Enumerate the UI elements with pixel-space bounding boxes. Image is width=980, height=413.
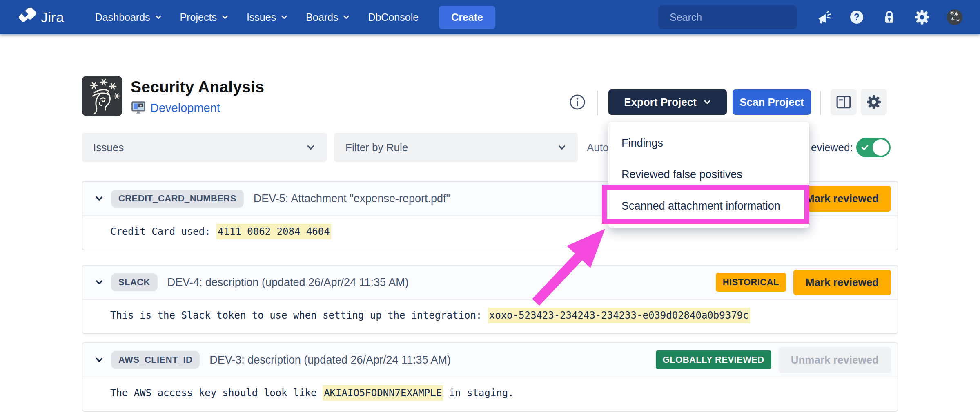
nav-item-dashboards[interactable]: Dashboards <box>95 11 162 23</box>
monitor-icon <box>131 100 146 116</box>
gear-icon <box>866 94 882 110</box>
project-header-text: Security Analysis Development <box>131 76 264 116</box>
chevron-down-icon <box>703 98 711 106</box>
issues-filter-value: Issues <box>93 141 124 154</box>
svg-text:*: * <box>951 15 955 25</box>
app-window: Jira Dashboards Projects Issues Boards D… <box>0 0 980 413</box>
issues-filter-select[interactable]: Issues <box>82 133 327 162</box>
chevron-down-icon <box>221 13 229 21</box>
finding-body: The AWS access key should look like AKIA… <box>82 377 898 399</box>
megaphone-icon[interactable] <box>816 9 832 25</box>
finding-header: SLACK DEV-4: description (updated 26/Apr… <box>82 266 898 300</box>
chevron-down-icon <box>155 13 162 21</box>
brand-text: Jira <box>41 9 64 25</box>
status-badge: HISTORICAL <box>716 273 786 292</box>
layout-panel-icon <box>836 94 851 110</box>
unmark-reviewed-button[interactable]: Unmark reviewed <box>779 347 891 373</box>
chevron-down-icon <box>281 13 288 21</box>
finding-row: AWS_CLIENT_ID DEV-3: description (update… <box>82 342 898 412</box>
project-link[interactable]: Development <box>150 101 220 115</box>
expand-chevron-icon[interactable] <box>94 277 105 288</box>
finding-row: SLACK DEV-4: description (updated 26/Apr… <box>82 265 898 334</box>
page-title: Security Analysis <box>131 78 264 96</box>
finding-text: Credit Card used: <box>110 226 216 237</box>
create-button[interactable]: Create <box>439 6 495 29</box>
expand-chevron-icon[interactable] <box>94 355 105 365</box>
nav-item-label: Dashboards <box>95 11 150 23</box>
toggle-knob <box>873 139 889 156</box>
jira-mark-icon <box>18 8 37 27</box>
scan-project-button[interactable]: Scan Project <box>733 89 811 115</box>
user-avatar[interactable]: * * * * <box>947 9 963 25</box>
divider <box>820 91 821 115</box>
top-navbar: Jira Dashboards Projects Issues Boards D… <box>0 0 980 34</box>
nav-item-projects[interactable]: Projects <box>180 11 229 23</box>
project-header: Security Analysis Development <box>82 76 264 116</box>
help-icon[interactable]: ? <box>849 9 865 25</box>
rule-badge: AWS_CLIENT_ID <box>111 351 200 369</box>
svg-text:*: * <box>956 18 960 25</box>
finding-secret: 4111 0062 2084 4604 <box>216 224 331 239</box>
rule-filter-value: Filter by Rule <box>345 141 408 154</box>
rule-filter-select[interactable]: Filter by Rule <box>334 133 578 162</box>
finding-title: DEV-3: description (updated 26/Apr/24 11… <box>209 354 451 366</box>
finding-text: in staging. <box>443 387 514 399</box>
reviewed-label-fragment: eviewed: <box>811 133 853 162</box>
settings-button[interactable] <box>861 89 887 115</box>
finding-text: This is the Slack token to use when sett… <box>110 310 488 321</box>
lock-icon[interactable] <box>881 9 898 25</box>
nav-item-label: Projects <box>180 11 217 23</box>
annotation-highlight-box <box>602 185 809 224</box>
rule-badge: SLACK <box>111 273 158 291</box>
nav-item-issues[interactable]: Issues <box>247 11 288 23</box>
nav-menu: Dashboards Projects Issues Boards DbCons… <box>95 11 419 23</box>
finding-secret: AKIAIO5FODNN7EXAMPLE <box>323 385 443 401</box>
status-badge: GLOBALLY REVIEWED <box>656 350 771 369</box>
rule-badge: CREDIT_CARD_NUMBERS <box>111 190 244 208</box>
search-input[interactable] <box>670 11 801 23</box>
gear-icon[interactable] <box>914 9 930 25</box>
chevron-down-icon <box>557 143 566 152</box>
menu-item-findings[interactable]: Findings <box>608 127 809 159</box>
search-box[interactable] <box>658 5 797 29</box>
annotation-arrow <box>523 216 612 312</box>
nav-item-label: Boards <box>306 11 338 23</box>
chevron-down-icon <box>306 143 315 152</box>
navbar-right-icons: ? <box>816 9 963 25</box>
nav-item-label: Issues <box>247 11 276 23</box>
export-project-label: Export Project <box>624 96 697 109</box>
project-avatar <box>82 76 122 116</box>
finding-text: The AWS access key should look like <box>110 387 323 399</box>
chevron-down-icon <box>343 13 350 21</box>
project-subtitle: Development <box>131 100 264 116</box>
check-icon <box>861 143 869 152</box>
auto-label-fragment: Auto <box>587 133 609 162</box>
finding-title: DEV-4: description (updated 26/Apr/24 11… <box>167 276 409 289</box>
nav-item-dbconsole[interactable]: DbConsole <box>368 11 419 23</box>
nav-item-label: DbConsole <box>368 11 419 23</box>
nav-item-boards[interactable]: Boards <box>306 11 350 23</box>
finding-header: AWS_CLIENT_ID DEV-3: description (update… <box>82 343 898 377</box>
expand-chevron-icon[interactable] <box>94 193 105 204</box>
finding-body: This is the Slack token to use when sett… <box>82 300 898 321</box>
reviewed-toggle[interactable] <box>856 138 891 157</box>
layout-panel-button[interactable] <box>831 89 857 115</box>
svg-text:?: ? <box>854 12 860 22</box>
divider <box>597 91 598 115</box>
info-icon[interactable] <box>568 93 586 111</box>
mark-reviewed-button[interactable]: Mark reviewed <box>793 270 891 295</box>
jira-logo[interactable]: Jira <box>18 8 64 27</box>
finding-title: DEV-5: Attachment "expense-report.pdf" <box>254 192 450 205</box>
export-project-button[interactable]: Export Project <box>608 89 727 115</box>
